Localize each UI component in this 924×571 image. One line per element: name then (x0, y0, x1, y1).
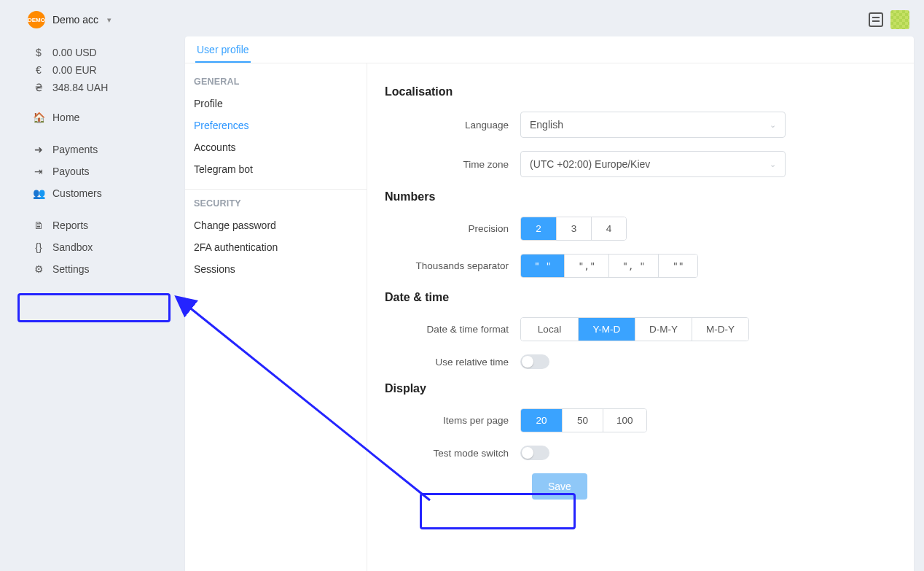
precision-segmented: 2 3 4 (520, 217, 627, 241)
braces-icon: {} (32, 241, 45, 253)
sidebar-item-payouts[interactable]: ⇥ Payouts (0, 160, 175, 182)
sidebar-item-label: Reports (52, 220, 88, 231)
timezone-value: (UTC +02:00) Europe/Kiev (530, 158, 650, 170)
user-avatar[interactable] (890, 10, 909, 29)
dateformat-label: Date & time format (385, 324, 520, 335)
sidebar-item-payments[interactable]: ➜ Payments (0, 139, 175, 160)
test-mode-toggle[interactable] (520, 446, 549, 460)
balance-value: 0.00 USD (52, 47, 97, 58)
sidebar-item-reports[interactable]: 🗎 Reports (0, 214, 175, 236)
dateformat-option-local[interactable]: Local (521, 318, 578, 341)
subnav-group-general: GENERAL (194, 77, 358, 87)
items-per-page-label: Items per page (385, 415, 520, 426)
sidebar-item-label: Customers (52, 187, 102, 199)
subnav-item-accounts[interactable]: Accounts (192, 136, 359, 158)
sidebar-item-home[interactable]: 🏠 Home (0, 106, 175, 128)
items-option-100[interactable]: 100 (603, 409, 646, 432)
language-select[interactable]: English ⌄ (520, 112, 786, 138)
dollar-icon: $ (32, 47, 45, 58)
balance-uah: ₴ 348.84 UAH (0, 79, 175, 96)
sidebar-item-label: Sandbox (52, 241, 93, 253)
arrow-out-icon: ⇥ (32, 166, 45, 177)
section-display: Display (385, 382, 914, 395)
users-icon: 👥 (32, 187, 45, 199)
chevron-down-icon: ▾ (107, 15, 111, 25)
sidebar-item-label: Settings (52, 263, 90, 275)
subnav-item-sessions[interactable]: Sessions (192, 258, 359, 280)
preferences-form: Localisation Language English ⌄ Time zon… (367, 63, 914, 571)
hryvnia-icon: ₴ (32, 82, 45, 93)
items-option-50[interactable]: 50 (562, 409, 603, 432)
file-icon: 🗎 (32, 220, 45, 231)
sidebar-item-settings[interactable]: ⚙ Settings (0, 258, 175, 280)
dateformat-option-dmy[interactable]: D-M-Y (635, 318, 692, 341)
sidebar-item-label: Payouts (52, 166, 90, 177)
dateformat-option-mdy[interactable]: M-D-Y (692, 318, 748, 341)
language-value: English (530, 119, 563, 131)
docs-icon[interactable] (869, 12, 883, 27)
subnav-item-profile[interactable]: Profile (192, 93, 359, 114)
topbar-right (869, 10, 909, 29)
euro-icon: € (32, 64, 45, 76)
balance-usd: $ 0.00 USD (0, 44, 175, 61)
save-button[interactable]: Save (532, 473, 587, 500)
test-mode-label: Test mode switch (385, 448, 520, 459)
panel-header: User profile (185, 36, 914, 63)
tab-user-profile[interactable]: User profile (195, 44, 251, 63)
balance-value: 0.00 EUR (52, 64, 97, 76)
balance-eur: € 0.00 EUR (0, 61, 175, 79)
gear-icon: ⚙ (32, 263, 45, 275)
thousands-option-none[interactable]: "" (658, 255, 697, 277)
dateformat-option-ymd[interactable]: Y-M-D (578, 318, 635, 341)
profile-subnav: GENERAL Profile Preferences Accounts Tel… (185, 63, 367, 571)
subnav-item-telegram[interactable]: Telegram bot (192, 158, 359, 180)
relative-time-toggle[interactable] (520, 354, 549, 369)
language-label: Language (385, 120, 520, 131)
section-localisation: Localisation (385, 85, 914, 98)
account-logo-icon: DEMO (28, 11, 45, 28)
thousands-segmented: " " "," ", " "" (520, 254, 698, 278)
precision-option-2[interactable]: 2 (521, 217, 556, 240)
subnav-item-change-password[interactable]: Change password (192, 214, 359, 236)
timezone-select[interactable]: (UTC +02:00) Europe/Kiev ⌄ (520, 151, 786, 177)
main-panel: User profile GENERAL Profile Preferences… (185, 36, 914, 571)
relative-time-label: Use relative time (385, 357, 520, 368)
topbar: DEMO Demo acc ▾ (0, 0, 924, 39)
subnav-group-security: SECURITY (194, 198, 358, 209)
thousands-option-space[interactable]: " " (521, 255, 564, 277)
sidebar-item-customers[interactable]: 👥 Customers (0, 182, 175, 204)
precision-option-3[interactable]: 3 (556, 217, 591, 240)
sidebar: $ 0.00 USD € 0.00 EUR ₴ 348.84 UAH 🏠 Hom… (0, 39, 175, 571)
thousands-label: Thousands separator (385, 260, 520, 271)
subnav-item-2fa[interactable]: 2FA authentication (192, 236, 359, 258)
sidebar-item-sandbox[interactable]: {} Sandbox (0, 236, 175, 258)
items-per-page-segmented: 20 50 100 (520, 408, 647, 432)
balance-value: 348.84 UAH (52, 82, 108, 93)
dateformat-segmented: Local Y-M-D D-M-Y M-D-Y (520, 317, 749, 341)
arrow-in-icon: ➜ (32, 144, 45, 155)
precision-option-4[interactable]: 4 (591, 217, 626, 240)
section-numbers: Numbers (385, 190, 914, 203)
chevron-down-icon: ⌄ (770, 160, 776, 169)
account-switcher[interactable]: DEMO Demo acc ▾ (28, 11, 111, 28)
items-option-20[interactable]: 20 (521, 409, 562, 432)
thousands-option-comma[interactable]: "," (564, 255, 608, 277)
timezone-label: Time zone (385, 159, 520, 170)
subnav-item-preferences[interactable]: Preferences (192, 114, 359, 136)
account-name: Demo acc (52, 14, 98, 26)
sidebar-item-label: Home (52, 112, 79, 123)
sidebar-item-label: Payments (52, 144, 98, 155)
chevron-down-icon: ⌄ (770, 120, 776, 130)
thousands-option-commaspace[interactable]: ", " (608, 255, 658, 277)
precision-label: Precision (385, 223, 520, 234)
section-datetime: Date & time (385, 291, 914, 304)
home-icon: 🏠 (32, 112, 45, 123)
